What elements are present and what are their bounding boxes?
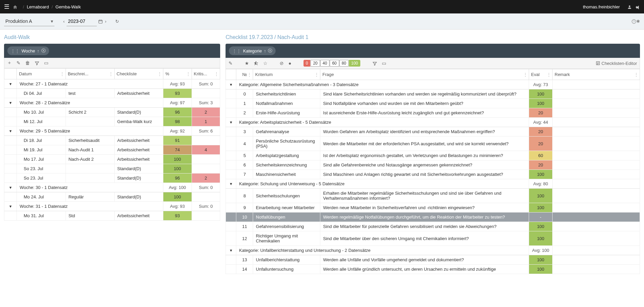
table-row[interactable]: 5 Arbeitsplatzgestaltung Ist der Arbeits…	[226, 151, 640, 160]
cell-eval[interactable]: 100	[529, 203, 553, 213]
table-row[interactable]: Mo 10. Jul Schicht 2 Standard(D) 96 2	[4, 108, 220, 117]
cell-eval[interactable]: -	[529, 213, 553, 222]
score-pill-80[interactable]: 80	[339, 60, 349, 67]
table-row[interactable]: 9 Einarbeitung neuer Mitarbeiter Werden …	[226, 203, 640, 213]
col-menu-icon[interactable]: ⋮	[315, 72, 319, 77]
table-row[interactable]: 14 Unfalluntersuchung Werden alle Unfäll…	[226, 265, 640, 274]
circle-icon[interactable]: ●	[288, 61, 291, 66]
cell-remark[interactable]	[553, 160, 640, 170]
table-row[interactable]: 6 Sicherheitskennzeichnung Sind alle Gef…	[226, 160, 640, 170]
table-row[interactable]: Mo 17. Jul Nach-Audit 2 Arbeitssicherhei…	[4, 155, 220, 164]
cell-remark[interactable]	[553, 222, 640, 231]
period-input[interactable]	[67, 16, 97, 26]
refresh-icon[interactable]: ↻	[115, 19, 119, 24]
menu-icon[interactable]: ☰	[4, 3, 9, 10]
cell-eval[interactable]: 100	[529, 99, 553, 108]
cell-eval[interactable]: 20	[529, 127, 553, 137]
caret-down-icon[interactable]: ▾	[229, 181, 233, 186]
table-row[interactable]: 8 Sicherheitsschulungen Erhalten die Mit…	[226, 189, 640, 203]
table-row[interactable]: So 23. Jul Standard(D) 96 2	[4, 174, 220, 183]
calendar-icon[interactable]	[98, 19, 103, 24]
sort-up-icon[interactable]: ↑	[37, 48, 39, 53]
score-pill-100[interactable]: 100	[349, 60, 360, 67]
add-icon[interactable]: ＋	[7, 60, 12, 66]
cell-remark[interactable]	[553, 213, 640, 222]
table-row[interactable]: Mi 12. Jul Gemba-Walk kurz 98 1	[4, 117, 220, 126]
col-menu-icon[interactable]: ⋮	[186, 72, 190, 76]
score-pill-40[interactable]: 40	[320, 60, 329, 67]
table-row[interactable]: 1 Notfallmaßnahmen Sind Notfallpläne vor…	[226, 99, 640, 108]
star-filled-icon[interactable]: ★	[245, 61, 249, 66]
col-menu-icon[interactable]: ⋮	[247, 72, 251, 77]
table-row[interactable]: So 23. Jul Standard(D) 100	[4, 164, 220, 174]
score-pill-60[interactable]: 60	[330, 60, 339, 67]
group-row[interactable]: ▾ Woche: 30 - 1 Datensatz Avg: 100 Sum: …	[4, 183, 220, 192]
cell-eval[interactable]: 100	[529, 222, 553, 231]
table-row[interactable]: 0 Sicherheitsrichtlinien Sind klare Sich…	[226, 89, 640, 99]
cell-remark[interactable]	[553, 137, 640, 151]
col-menu-icon[interactable]: ⋮	[547, 72, 551, 77]
cell-eval[interactable]: 100	[529, 170, 553, 179]
group-row[interactable]: ▾ Kategorie: Allgemeine Sicherheitsmaßna…	[226, 80, 640, 89]
settings-icon[interactable]: ✱	[636, 19, 640, 24]
col-menu-icon[interactable]: ⋮	[158, 72, 162, 76]
checklist-editor-link[interactable]: Checklisten-Editor	[596, 61, 637, 66]
table-row[interactable]: Mi 19. Jul Nach-Audit 1 Arbeitssicherhei…	[4, 145, 220, 155]
collapse-icon[interactable]: ▭	[44, 60, 48, 66]
table-row[interactable]: 11 Gefahrensensibilisierung Sind die Mit…	[226, 222, 640, 231]
cell-eval[interactable]: 100	[529, 89, 553, 99]
cell-eval[interactable]: 20	[529, 137, 553, 151]
table-row[interactable]: Di 18. Jul Sicherheitsaudit Arbeitssiche…	[4, 136, 220, 145]
chip-close-icon[interactable]: ⓧ	[41, 48, 46, 54]
col-menu-icon[interactable]: ⋮	[60, 72, 64, 76]
app-logo-icon[interactable]	[635, 4, 640, 10]
table-row[interactable]: 10 Notfallübungen Werden regelmäßige Not…	[226, 213, 640, 222]
col-datum[interactable]: Datum⋮	[17, 69, 66, 79]
cell-remark[interactable]	[553, 127, 640, 137]
cell-eval[interactable]: 60	[529, 151, 553, 160]
table-row[interactable]: Mo 24. Jul Regulär Standard(D) 100	[4, 192, 220, 202]
table-row[interactable]: 3 Gefahrenanalyse Wurden Gefahren am Arb…	[226, 127, 640, 137]
score-pill-0[interactable]: 0	[304, 60, 311, 67]
cell-eval[interactable]: 100	[529, 231, 553, 246]
caret-down-icon[interactable]: ▾	[8, 100, 13, 105]
caret-down-icon[interactable]: ▾	[229, 82, 233, 87]
star-outline-icon[interactable]: ☆	[263, 61, 268, 66]
cell-remark[interactable]	[553, 108, 640, 118]
table-row[interactable]: 13 Unfallberichterstattung Werden alle U…	[226, 255, 640, 265]
delete-icon[interactable]: 🗑	[25, 60, 30, 66]
col-eval[interactable]: Eval⋮	[529, 69, 553, 80]
col-remark[interactable]: Remark⋮	[553, 69, 640, 80]
group-row[interactable]: ▾ Kategorie: Arbeitsplatzsicherheit - 5 …	[226, 118, 640, 127]
help-icon[interactable]: ?	[632, 19, 636, 24]
cell-eval[interactable]: 20	[529, 108, 553, 118]
breadcrumb-1[interactable]: Lemaboard	[27, 4, 49, 9]
col-kritis[interactable]: Kritis...⋮	[192, 69, 220, 79]
table-row[interactable]: 2 Erste-Hilfe-Ausrüstung Ist ausreichend…	[226, 108, 640, 118]
breadcrumb-2[interactable]: Gemba-Walk	[55, 4, 81, 9]
home-icon[interactable]	[13, 4, 17, 10]
score-pill-20[interactable]: 20	[311, 60, 320, 67]
cell-remark[interactable]	[553, 170, 640, 179]
area-dropdown[interactable]: Produktion A	[4, 16, 54, 26]
edit-icon[interactable]: ✎	[16, 60, 21, 66]
cell-remark[interactable]	[553, 255, 640, 265]
caret-down-icon[interactable]: ▾	[229, 248, 233, 253]
col-menu-icon[interactable]: ⋮	[214, 72, 218, 76]
caret-down-icon[interactable]: ▾	[229, 120, 233, 125]
cell-remark[interactable]	[553, 231, 640, 246]
group-chip-kategorie[interactable]: ⋮⋮ Kategorie ↑ ⓧ	[229, 46, 276, 55]
caret-down-icon[interactable]: ▾	[8, 185, 13, 190]
caret-down-icon[interactable]: ▾	[8, 204, 13, 209]
table-row[interactable]: 12 Richtiger Umgang mit Chemikalien Sind…	[226, 231, 640, 246]
table-row[interactable]: 4 Persönliche Schutzausrüstung (PSA) Wer…	[226, 137, 640, 151]
cell-remark[interactable]	[553, 265, 640, 274]
table-row[interactable]: Mo 31. Jul Std Arbeitssicherheit 93	[4, 211, 220, 221]
cell-remark[interactable]	[553, 99, 640, 108]
star-half-icon[interactable]: ⯪	[254, 61, 258, 66]
col-menu-icon[interactable]: ⋮	[634, 72, 638, 77]
period-prev[interactable]: ‹	[61, 17, 67, 26]
group-row[interactable]: ▾ Woche: 28 - 2 Datensätze Avg: 97 Sum: …	[4, 98, 220, 108]
group-row[interactable]: ▾ Kategorie: Unfallberichterstattung und…	[226, 246, 640, 255]
group-chip-woche[interactable]: ⋮⋮ Woche ↑ ⓧ	[7, 46, 49, 55]
